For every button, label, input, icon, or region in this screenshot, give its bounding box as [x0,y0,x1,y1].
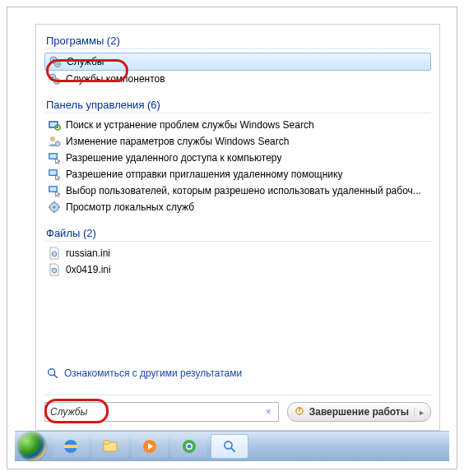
svg-point-12 [55,141,60,146]
gears-icon [48,72,61,85]
svg-point-38 [188,445,192,449]
result-item[interactable]: Выбор пользователей, которым разрешено и… [44,183,431,199]
taskbar-wmp-icon[interactable] [132,435,168,458]
section-items: russian.ini0x0419.ini [44,245,431,278]
svg-rect-33 [104,441,109,444]
search-row: × Завершение работы ▸ [44,402,431,422]
result-item-label: Разрешение отправки приглашения удаленно… [66,169,342,180]
svg-rect-14 [50,155,57,159]
svg-point-20 [53,206,56,209]
taskbar-search-icon[interactable] [211,434,248,459]
result-item[interactable]: Поиск и устранение проблем службы Window… [44,117,431,133]
result-item-label: russian.ini [66,247,110,259]
section-header: Панель управления (6) [44,94,431,113]
result-item[interactable]: Службы [44,53,431,71]
section-items: Поиск и устранение проблем службы Window… [44,117,431,215]
remote-invite-icon [48,168,61,181]
taskbar-explorer-icon[interactable] [92,435,128,458]
result-item[interactable]: Просмотр локальных служб [44,199,431,215]
result-item-label: Изменение параметров службы Windows Sear… [66,136,289,147]
result-item-label: Выбор пользователей, которым разрешено и… [66,185,421,196]
result-item[interactable]: Разрешение отправки приглашения удаленно… [44,166,431,183]
svg-line-28 [54,375,58,378]
ini-file-icon [48,247,61,260]
result-item-label: Разрешение удаленного доступа к компьюте… [66,152,281,164]
svg-point-3 [57,63,58,65]
result-item[interactable]: Разрешение удаленного доступа к компьюте… [44,150,431,166]
see-more-label: Ознакомиться с другими результатами [64,367,242,379]
svg-point-7 [56,81,58,82]
result-item[interactable]: russian.ini [44,245,431,261]
shutdown-button[interactable]: Завершение работы ▸ [287,402,431,422]
svg-point-2 [53,59,54,61]
results-content: Программы (2)СлужбыСлужбы компонентовПан… [44,30,431,364]
shutdown-icon [295,406,304,418]
result-item-label: Службы [67,56,104,67]
clear-search-icon[interactable]: × [262,406,275,418]
section-items: СлужбыСлужбы компонентов [44,53,431,87]
remote-access-icon [48,151,61,164]
result-item-label: Службы компонентов [66,73,165,85]
taskbar-ie-icon[interactable] [53,435,89,458]
user-settings-icon [48,135,61,148]
search-box[interactable]: × [44,402,279,422]
search-icon [46,367,59,380]
chevron-right-icon[interactable]: ▸ [414,408,424,417]
outer-frame: Программы (2)СлужбыСлужбы компонентовПан… [7,7,457,469]
svg-point-26 [52,268,57,273]
bottom-area: Ознакомиться с другими результатами × За… [44,367,431,422]
svg-rect-18 [50,187,57,192]
result-item-label: Поиск и устранение проблем службы Window… [66,119,314,131]
svg-line-40 [231,448,234,451]
svg-point-6 [52,76,53,78]
svg-rect-16 [50,171,57,175]
divider [44,395,431,395]
section-header: Программы (2) [44,30,431,49]
remote-users-icon [48,184,61,197]
search-input[interactable] [49,405,262,418]
start-button[interactable] [18,432,46,460]
taskbar-chrome-icon[interactable] [171,435,207,458]
ini-file-icon [48,263,61,276]
troubleshoot-icon [48,118,61,132]
result-item[interactable]: 0x0419.ini [44,261,431,278]
result-item[interactable]: Изменение параметров службы Windows Sear… [44,133,431,150]
result-item[interactable]: Службы компонентов [44,71,431,87]
svg-point-11 [50,136,55,141]
result-item-label: 0x0419.ini [66,264,111,275]
start-menu-panel: Программы (2)СлужбыСлужбы компонентовПан… [35,24,440,431]
services-view-icon [48,201,61,214]
shutdown-label: Завершение работы [309,406,409,418]
result-item-label: Просмотр локальных служб [66,201,194,213]
see-more-results[interactable]: Ознакомиться с другими результатами [44,367,431,380]
svg-point-25 [52,252,57,256]
section-header: Файлы (2) [44,222,431,242]
taskbar [15,431,449,461]
gears-icon [49,55,62,68]
